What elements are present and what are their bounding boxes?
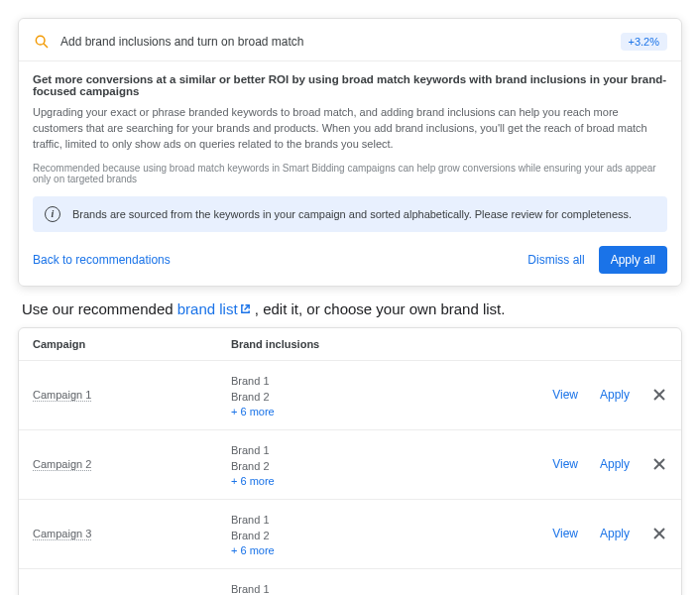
close-icon[interactable]: [651, 387, 667, 403]
external-link-icon: [240, 300, 251, 311]
brand-list-link[interactable]: brand list: [177, 300, 238, 317]
more-brands-link[interactable]: + 6 more: [231, 544, 459, 556]
brand-item: Brand 1: [231, 512, 459, 529]
close-icon[interactable]: [651, 526, 667, 541]
dismiss-all-button[interactable]: Dismiss all: [527, 253, 584, 267]
table-row: Campaign 2 Brand 1 Brand 2 + 6 more View…: [19, 430, 681, 500]
brand-item: Brand 1: [231, 581, 459, 595]
instruction-pre: Use our recommended: [22, 300, 177, 317]
table-row: Campaign 4 Brand 1 Brand 2 + 6 more View…: [19, 569, 681, 595]
reason-text: Recommended because using broad match ke…: [33, 163, 667, 184]
card-header: Add brand inclusions and turn on broad m…: [33, 29, 667, 60]
campaign-link[interactable]: Campaign 1: [33, 389, 91, 402]
card-footer: Back to recommendations Dismiss all Appl…: [33, 246, 667, 274]
svg-line-1: [44, 44, 48, 48]
campaign-link[interactable]: Campaign 2: [33, 458, 91, 471]
apply-button[interactable]: Apply: [600, 388, 630, 402]
close-icon[interactable]: [651, 456, 667, 472]
info-icon: i: [45, 206, 60, 222]
more-brands-link[interactable]: + 6 more: [231, 475, 459, 487]
view-button[interactable]: View: [552, 527, 578, 540]
body-text: Upgrading your exact or phrase branded k…: [33, 105, 667, 153]
info-text: Brands are sourced from the keywords in …: [72, 208, 632, 220]
instruction-text: Use our recommended brand list , edit it…: [22, 300, 678, 317]
table-row: Campaign 1 Brand 1 Brand 2 + 6 more View…: [19, 361, 681, 430]
brand-item: Brand 2: [231, 458, 459, 475]
col-header-brands: Brand inclusions: [231, 338, 459, 350]
view-button[interactable]: View: [552, 457, 578, 471]
search-icon: [33, 33, 51, 51]
table-header: Campaign Brand inclusions: [19, 328, 681, 361]
campaign-table: Campaign Brand inclusions Campaign 1 Bra…: [18, 327, 682, 595]
more-brands-link[interactable]: + 6 more: [231, 406, 459, 417]
campaign-link[interactable]: Campaign 3: [33, 528, 91, 540]
brand-item: Brand 1: [231, 373, 459, 390]
divider: [19, 60, 681, 61]
col-header-campaign: Campaign: [33, 338, 231, 350]
brand-item: Brand 2: [231, 528, 459, 544]
back-link[interactable]: Back to recommendations: [33, 253, 171, 267]
brand-item: Brand 1: [231, 442, 459, 459]
table-row: Campaign 3 Brand 1 Brand 2 + 6 more View…: [19, 500, 681, 569]
svg-point-0: [36, 36, 45, 45]
headline: Get more conversions at a similar or bet…: [33, 73, 667, 97]
apply-all-button[interactable]: Apply all: [599, 246, 667, 274]
instruction-post: , edit it, or choose your own brand list…: [251, 300, 506, 317]
apply-button[interactable]: Apply: [600, 457, 630, 471]
apply-button[interactable]: Apply: [600, 527, 630, 540]
view-button[interactable]: View: [552, 388, 578, 402]
info-banner: i Brands are sourced from the keywords i…: [33, 196, 667, 232]
recommendation-card: Add brand inclusions and turn on broad m…: [18, 18, 682, 287]
brand-item: Brand 2: [231, 389, 459, 406]
uplift-badge: +3.2%: [621, 33, 668, 51]
card-title: Add brand inclusions and turn on broad m…: [60, 35, 621, 49]
